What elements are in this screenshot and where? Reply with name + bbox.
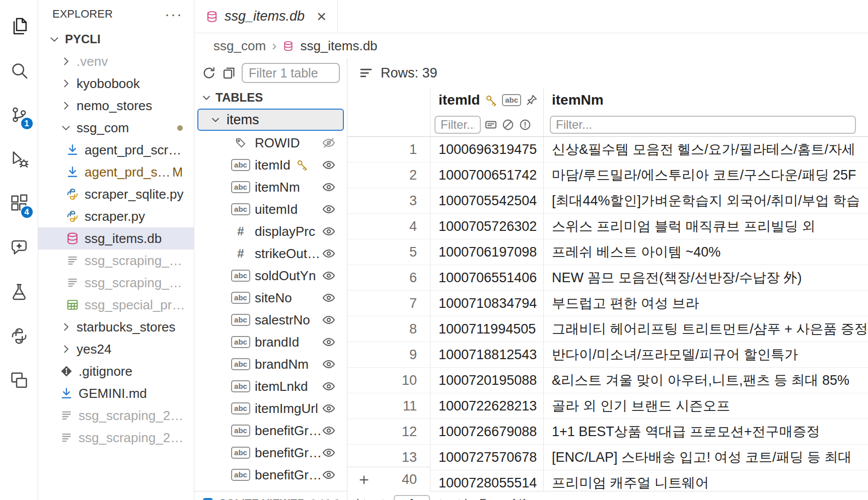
tree-folder-nemo-stores[interactable]: nemo_stores xyxy=(38,95,194,117)
tree-folder-yes24[interactable]: yes24 xyxy=(38,338,194,360)
tree-file-scraper-py[interactable]: scraper.py xyxy=(38,205,194,227)
tree-folder-starbucks-stores[interactable]: starbucks_stores xyxy=(38,316,194,338)
visible-eye-icon[interactable] xyxy=(322,357,336,371)
tree-file-ssg-scraping-202[interactable]: ssg_scraping_202... xyxy=(38,249,194,272)
tree-folder-kyobobook[interactable]: kyobobook xyxy=(38,72,194,95)
itemnm-cell[interactable]: 스위스 프리미엄 블럭 매직큐브 프리빌딩 외 xyxy=(544,214,868,239)
activity-search[interactable] xyxy=(0,48,38,93)
itemid-cell[interactable]: 1000727570678 xyxy=(430,445,544,470)
activity-remote-explorer[interactable] xyxy=(0,358,38,402)
table-items[interactable]: items xyxy=(197,109,344,131)
tree-file-ssg-items-db[interactable]: ssg_items.db xyxy=(38,227,194,249)
row-number-cell[interactable]: 5 xyxy=(347,239,430,265)
column-item-brandid[interactable]: abcbrandId xyxy=(194,331,347,353)
activity-testing[interactable] xyxy=(0,270,38,314)
first-page-icon[interactable] xyxy=(353,496,369,500)
tree-folder-venv[interactable]: .venv xyxy=(38,50,194,72)
pin-icon[interactable] xyxy=(525,94,538,107)
row-number-cell[interactable]: 2 xyxy=(347,162,430,188)
row-number-cell[interactable]: 13 xyxy=(347,445,430,470)
tab-ssg-items-db[interactable]: ssg_items.db × xyxy=(194,0,338,33)
exclude-filter-icon[interactable] xyxy=(501,118,515,132)
itemnm-cell[interactable]: 반다이/미소녀/프라모델/피규어 할인특가 xyxy=(544,342,868,367)
itemid-cell[interactable]: 1000720195088 xyxy=(430,368,544,393)
itemnm-cell[interactable]: [최대44%할인]가벼운학습지 외국어/취미/부업 학습 xyxy=(544,188,868,213)
row-number-cell[interactable]: 12 xyxy=(347,419,430,444)
column-item-itemid[interactable]: abcitemId xyxy=(194,154,347,176)
close-icon[interactable]: × xyxy=(317,8,326,25)
next-page-icon[interactable] xyxy=(435,496,450,500)
tree-file-agent-prd-scrapin[interactable]: agent_prd_scrapin... xyxy=(38,139,194,161)
breadcrumb-file[interactable]: ssg_items.db xyxy=(300,38,377,54)
breadcrumb-folder[interactable]: ssg_com xyxy=(213,38,266,54)
itemid-cell[interactable]: 1000710834794 xyxy=(430,291,544,316)
itemid-cell[interactable]: 1000705542504 xyxy=(430,188,544,213)
tree-file-ssg-scraping-202[interactable]: ssg_scraping_202... xyxy=(38,272,194,294)
itemnm-cell[interactable]: [ENC/LAP] 스타배송 입고! 여성 코트/패딩 등 최대 xyxy=(544,445,868,470)
itemid-cell[interactable]: 1000696319475 xyxy=(430,137,544,162)
itemnm-cell[interactable]: 1+1 BEST상품 역대급 프로모션+전구매증정 xyxy=(544,419,868,444)
prev-page-icon[interactable] xyxy=(374,496,389,500)
column-item-benefitgrp2[interactable]: abcbenefitGrp2 xyxy=(194,464,347,486)
row-number-cell[interactable]: 3 xyxy=(347,188,430,213)
visible-eye-icon[interactable] xyxy=(322,202,336,216)
itemid-cell[interactable]: 1000700651742 xyxy=(430,162,544,188)
row-number-cell[interactable]: 10 xyxy=(347,368,430,393)
visible-eye-icon[interactable] xyxy=(322,180,336,194)
row-number-cell[interactable]: 8 xyxy=(347,316,430,342)
column-item-itemimgurl[interactable]: abcitemImgUrl xyxy=(194,397,347,420)
visible-eye-icon[interactable] xyxy=(322,335,336,349)
column-item-itemlnkd[interactable]: abcitemLnkd xyxy=(194,375,347,397)
visible-eye-icon[interactable] xyxy=(322,291,336,305)
table-filter-input[interactable] xyxy=(242,63,340,83)
column-item-strikeoutprc[interactable]: #strikeOutPrc xyxy=(194,242,347,265)
column-item-salestrno[interactable]: abcsalestrNo xyxy=(194,309,347,331)
tree-file-scraper-sqlite-py[interactable]: scraper_sqlite.py xyxy=(38,183,194,205)
visible-eye-icon[interactable] xyxy=(322,424,336,438)
column-item-uitemid[interactable]: abcuitemId xyxy=(194,198,347,220)
last-page-icon[interactable] xyxy=(455,496,470,500)
visible-eye-icon[interactable] xyxy=(322,269,336,283)
row-number-cell[interactable]: 6 xyxy=(347,265,430,290)
column-header-itemid[interactable]: itemId abc xyxy=(430,88,544,113)
itemnm-filter-input[interactable] xyxy=(550,116,856,134)
column-item-siteno[interactable]: abcsiteNo xyxy=(194,287,347,309)
itemid-cell[interactable]: 1000711994505 xyxy=(430,316,544,342)
add-row-icon[interactable] xyxy=(357,473,371,486)
column-item-soldoutyn[interactable]: abcsoldOutYn xyxy=(194,265,347,287)
itemid-cell[interactable]: 1000718812543 xyxy=(430,342,544,367)
row-number-cell[interactable]: 9 xyxy=(347,342,430,367)
column-item-brandnm[interactable]: abcbrandNm xyxy=(194,353,347,375)
itemid-filter-input[interactable] xyxy=(435,116,481,134)
tree-file-gemini-md[interactable]: GEMINI.md xyxy=(38,382,194,404)
itemnm-cell[interactable]: NEW 꼼므 모음전(책장/선반장/수납장 外) xyxy=(544,265,868,290)
visible-eye-icon[interactable] xyxy=(322,158,336,172)
itemnm-cell[interactable]: 부드럽고 편한 여성 브라 xyxy=(544,291,868,316)
visible-eye-icon[interactable] xyxy=(322,468,336,482)
strict-filter-icon[interactable] xyxy=(518,118,532,132)
column-item-displayprc[interactable]: #displayPrc xyxy=(194,220,347,242)
tree-file-gitignore[interactable]: .gitignore xyxy=(38,360,194,382)
itemid-cell[interactable]: 1000722628213 xyxy=(430,393,544,419)
page-input[interactable] xyxy=(394,495,430,500)
copy-icon[interactable] xyxy=(222,65,237,80)
itemnm-cell[interactable]: 신상&필수템 모음전 헬스/요가/필라테스/홈트/자세 xyxy=(544,137,868,162)
itemnm-cell[interactable]: 프레쉬 베스트 아이템 ~40% xyxy=(544,239,868,265)
activity-python[interactable] xyxy=(0,314,38,358)
visible-eye-icon[interactable] xyxy=(322,313,336,327)
more-actions-icon[interactable]: ··· xyxy=(165,7,183,22)
itemid-cell[interactable]: 1000726679088 xyxy=(430,419,544,444)
row-number-cell[interactable]: 4 xyxy=(347,214,430,239)
column-item-benefitgrp1[interactable]: abcbenefitGrp1 xyxy=(194,442,347,464)
column-header-itemnm[interactable]: itemNm xyxy=(544,88,868,113)
itemid-cell[interactable]: 1000706197098 xyxy=(430,239,544,265)
itemid-cell[interactable]: 1000706551406 xyxy=(430,265,544,290)
filter-mode-icon[interactable] xyxy=(484,118,498,132)
visible-eye-icon[interactable] xyxy=(322,401,336,415)
tree-root-pycli[interactable]: PYCLI xyxy=(38,28,194,50)
hidden-eye-icon[interactable] xyxy=(322,136,336,150)
itemnm-cell[interactable]: &리스트 겨울 맞이 아우터,니트,팬츠 등 최대 85% xyxy=(544,368,868,393)
activity-explorer[interactable] xyxy=(0,4,38,48)
activity-source-control[interactable]: 1 xyxy=(0,93,38,137)
column-item-itemnm[interactable]: abcitemNm xyxy=(194,176,347,198)
